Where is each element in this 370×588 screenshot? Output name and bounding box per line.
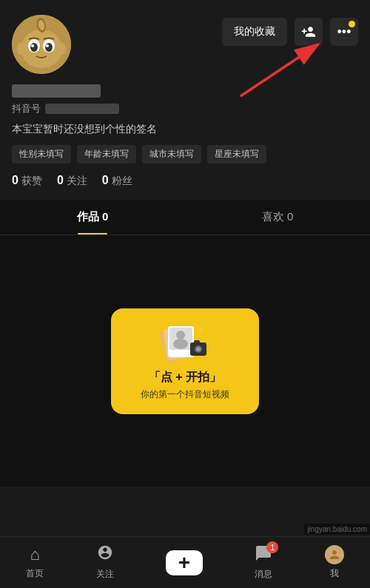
douyin-id-value-blur [45, 104, 119, 114]
svg-text:✦: ✦ [196, 323, 205, 335]
stat-followers[interactable]: 0 粉丝 [102, 174, 132, 188]
cta-subtitle: 你的第一个抖音短视频 [141, 388, 229, 401]
content-area: ✦ ★ 「点 + 开拍」 你的第一个抖音短视频 [0, 235, 370, 487]
more-options-button[interactable]: ••• [330, 18, 358, 46]
message-badge: 1 [266, 541, 278, 553]
tabs-bar: 作品 0 喜欢 0 [0, 200, 370, 235]
cta-illustration: ✦ ★ [159, 322, 211, 362]
nav-follow[interactable]: 关注 [96, 544, 114, 581]
home-icon: ⌂ [30, 545, 40, 564]
me-label: 我 [330, 567, 339, 580]
bio-text: 本宝宝暂时还没想到个性的签名 [12, 123, 358, 136]
svg-point-18 [173, 339, 188, 349]
tab-works[interactable]: 作品 0 [0, 200, 185, 234]
followers-label: 粉丝 [112, 175, 132, 188]
svg-rect-24 [194, 340, 200, 344]
avatar[interactable] [12, 15, 71, 74]
likes-label: 获赞 [21, 175, 42, 188]
svg-point-11 [58, 43, 66, 55]
followers-count: 0 [102, 174, 109, 187]
stats-row: 0 获赞 0 关注 0 粉丝 [12, 174, 358, 188]
following-count: 0 [57, 174, 64, 187]
follow-icon [97, 544, 113, 565]
svg-point-6 [30, 43, 38, 52]
add-friend-button[interactable] [295, 18, 323, 46]
add-icon: + [178, 551, 190, 575]
tags-row: 性别未填写 年龄未填写 城市未填写 星座未填写 [12, 145, 358, 163]
message-label: 消息 [255, 568, 272, 581]
add-button[interactable]: + [166, 550, 203, 575]
nav-me[interactable]: 我 [325, 545, 344, 580]
douyin-id-label: 抖音号 [12, 102, 41, 115]
action-buttons-group: 我的收藏 ••• [222, 18, 358, 46]
me-avatar-wrapper [325, 545, 344, 564]
svg-point-17 [176, 331, 185, 339]
douyin-id-row: 抖音号 [12, 102, 358, 115]
following-label: 关注 [67, 175, 87, 188]
cta-icons: ✦ ★ [159, 322, 211, 362]
nav-home[interactable]: ⌂ 首页 [26, 545, 44, 580]
nav-add[interactable]: + [166, 550, 203, 575]
tag-age[interactable]: 年龄未填写 [77, 145, 136, 163]
svg-point-8 [31, 44, 34, 47]
profile-section: 我的收藏 ••• 抖音号 本宝宝暂时还没想到个性的签名 [0, 0, 370, 200]
watermark: jingyan.baidu.com [304, 524, 370, 535]
home-label: 首页 [26, 567, 44, 580]
username-blur [12, 84, 101, 98]
notification-dot [349, 21, 355, 27]
tab-likes[interactable]: 喜欢 0 [185, 200, 370, 234]
me-avatar [325, 545, 344, 564]
tag-zodiac[interactable]: 星座未填写 [207, 145, 266, 163]
svg-point-10 [17, 43, 24, 55]
nav-message[interactable]: 1 消息 [255, 544, 272, 581]
cta-title: 「点 + 开拍」 [149, 370, 221, 385]
bottom-nav: ⌂ 首页 关注 + 1 消息 我 [0, 536, 370, 588]
add-friend-icon [301, 24, 316, 39]
stat-likes[interactable]: 0 获赞 [12, 174, 42, 188]
svg-point-23 [196, 347, 201, 351]
svg-point-7 [45, 43, 53, 52]
svg-point-9 [46, 44, 49, 47]
tag-city[interactable]: 城市未填写 [142, 145, 201, 163]
profile-top-row: 我的收藏 ••• [12, 15, 358, 74]
collect-button[interactable]: 我的收藏 [222, 18, 287, 46]
cta-card[interactable]: ✦ ★ 「点 + 开拍」 你的第一个抖音短视频 [111, 308, 259, 414]
stat-following[interactable]: 0 关注 [57, 174, 87, 188]
follow-label: 关注 [96, 568, 114, 581]
svg-point-1 [21, 30, 62, 68]
tag-gender[interactable]: 性别未填写 [12, 145, 71, 163]
likes-count: 0 [12, 174, 18, 187]
